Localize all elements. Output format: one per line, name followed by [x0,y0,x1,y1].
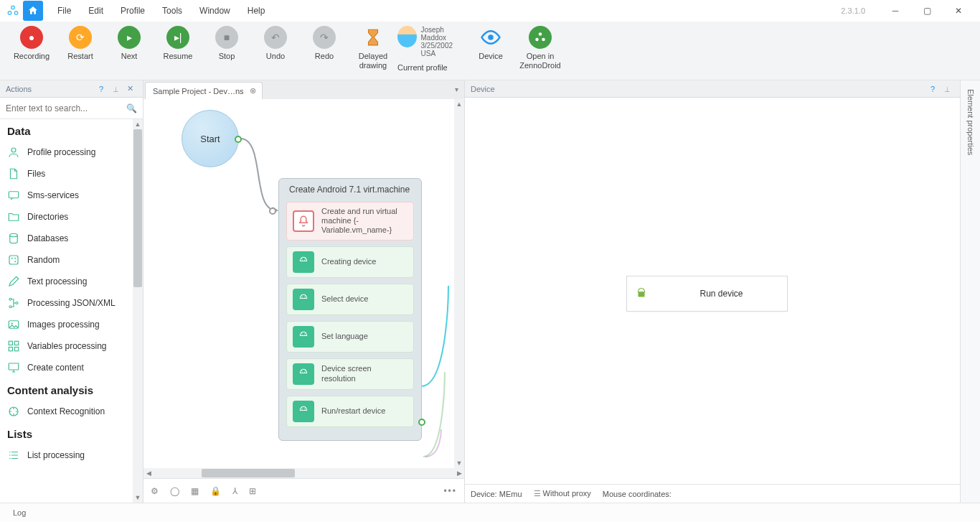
device-viewport[interactable]: Run device [465,98,960,484]
tabs-dropdown-icon[interactable]: ▾ [455,85,458,93]
device-pin-icon[interactable]: ⟂ [940,85,954,93]
close-panel-icon[interactable]: ✕ [123,84,137,93]
redo-button[interactable]: ↷Redo [300,26,349,80]
help-icon[interactable]: ? [94,85,108,93]
current-profile-button[interactable]: Joseph Maddox 3/25/2002 USA Current prof… [397,26,466,80]
actions-group-header: Data [0,119,133,141]
action-item[interactable]: List processing [0,444,133,466]
step-5[interactable]: Run/restart device [286,396,414,427]
close-button[interactable]: ✕ [943,0,974,22]
home-button[interactable] [23,1,43,21]
action-item[interactable]: Processing JSON/XML [0,292,133,314]
actions-search[interactable]: 🔍 [0,98,143,119]
step-0[interactable]: Create and run virtual machine {-Variabl… [286,202,414,241]
canvas-vscrollbar[interactable]: ▲ ▼ [454,99,464,468]
open-in-zennodroid-button[interactable]: Open in ZennoDroid [516,26,565,80]
action-label: Create content [27,363,84,373]
svg-point-34 [304,409,305,409]
step-3[interactable]: Set language [286,321,414,353]
run-device-card[interactable]: Run device [626,276,788,312]
menu-window[interactable]: Window [191,0,239,22]
action-item[interactable]: Images processing [0,314,133,335]
group-port-in[interactable] [269,208,276,215]
menu-tools[interactable]: Tools [154,0,191,22]
element-properties-rail[interactable]: Element properties [960,80,980,503]
action-item[interactable]: Sms-services [0,185,133,206]
delayed-drawing-button[interactable]: Delayed drawing [349,26,397,80]
svg-rect-22 [15,348,19,351]
canvas[interactable]: Start Create Android 7.1 virt.machine Cr… [143,99,464,468]
more-icon[interactable]: ••• [443,486,457,496]
profile-country: USA [421,50,466,57]
android-icon [293,251,314,273]
action-label: Profile processing [27,147,95,157]
start-node[interactable]: Start [182,110,239,167]
device-button[interactable]: Device [466,26,516,80]
device-help-icon[interactable]: ? [925,85,940,93]
svg-point-29 [302,334,303,335]
resume-button[interactable]: ▸|Resume [154,26,202,80]
android-icon [293,289,314,310]
app-version: 2.3.1.0 [841,6,865,15]
step-1[interactable]: Creating device [286,246,414,278]
svg-point-28 [304,297,305,297]
branch-icon[interactable]: ⅄ [232,486,237,496]
user-icon[interactable]: ◯ [170,486,179,496]
actions-panel: Actions ? ⟂ ✕ 🔍 DataProfile processingFi… [0,80,143,503]
step-2[interactable]: Select device [286,284,414,315]
action-item[interactable]: Text processing [0,271,133,292]
db-icon [7,232,20,245]
tree-icon [7,297,20,309]
folder-icon [7,210,20,223]
stop-button[interactable]: ■Stop [202,26,251,80]
search-input[interactable] [6,103,126,113]
svg-point-11 [11,258,13,259]
action-item[interactable]: Variables processing [0,335,133,357]
restart-button[interactable]: ⟳Restart [56,26,105,80]
actions-title: Actions [6,85,32,93]
next-button[interactable]: ▸Next [105,26,154,80]
group-create-android[interactable]: Create Android 7.1 virt.machine Create a… [278,178,422,441]
action-label: Context Recognition [27,406,105,416]
action-item[interactable]: Random [0,249,133,271]
tab-close-icon[interactable]: ⊗ [250,86,256,95]
add-icon[interactable]: ⊞ [249,486,256,496]
action-item[interactable]: Files [0,163,133,185]
actions-group-header: Content analysis [0,378,133,401]
action-item[interactable]: Directories [0,206,133,228]
grid-icon[interactable]: ▦ [191,486,199,496]
canvas-hscrollbar[interactable]: ◀▶ [143,468,464,478]
bell-icon [293,210,314,232]
svg-point-12 [14,261,16,262]
maximize-button[interactable]: ▢ [911,0,943,22]
menu-file[interactable]: File [49,0,80,22]
action-item[interactable]: Databases [0,228,133,249]
action-item[interactable]: Create content [0,357,133,378]
log-bar[interactable]: Log [0,503,980,522]
profile-icon [7,146,20,159]
tab-sample-project[interactable]: Sample Project - Dev…ns ⊗ [145,82,263,99]
action-item[interactable]: Context Recognition [0,401,133,422]
recording-button[interactable]: ●Recording [7,26,56,80]
gear-icon[interactable]: ⚙ [151,486,159,496]
svg-point-27 [302,297,303,297]
start-port-out[interactable] [235,136,242,143]
menu-edit[interactable]: Edit [80,0,112,22]
lock-icon[interactable]: 🔒 [210,486,221,496]
pencil-icon [7,275,20,288]
pin-icon[interactable]: ⟂ [108,85,123,93]
group-port-out[interactable] [418,419,425,426]
menu-profile[interactable]: Profile [112,0,154,22]
step-label: Select device [321,294,368,304]
undo-button[interactable]: ↶Undo [251,26,300,80]
svg-point-26 [304,259,305,260]
svg-point-14 [9,298,11,300]
minimize-button[interactable]: ─ [880,0,911,22]
zennodroid-icon [529,26,552,49]
menu-help[interactable]: Help [239,0,274,22]
actions-scrollbar[interactable]: ▲ ▼ [133,119,143,503]
step-4[interactable]: Device screen resolution [286,358,414,390]
editor-tabs: Sample Project - Dev…ns ⊗ ▾ [143,80,464,99]
action-item[interactable]: Profile processing [0,141,133,163]
step-label: Set language [321,332,368,341]
